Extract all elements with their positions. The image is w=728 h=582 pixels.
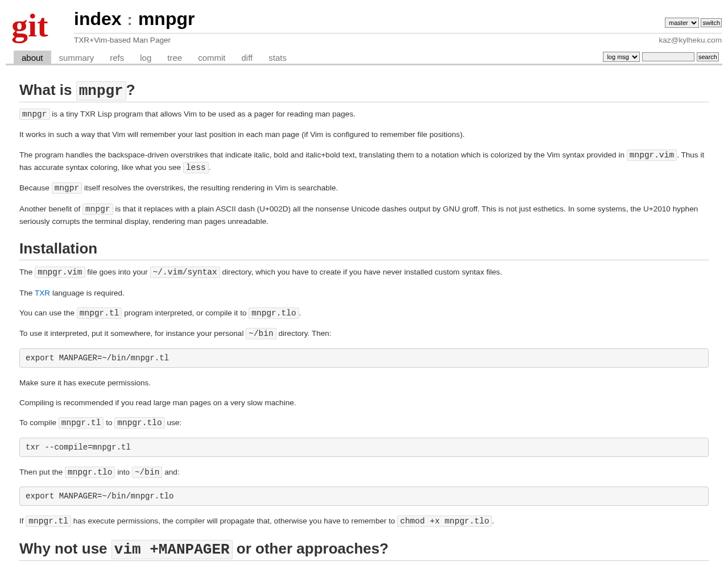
tab-about[interactable]: about bbox=[14, 51, 51, 64]
repo-author: kaz@kylheku.com bbox=[659, 36, 722, 44]
repo-tagline: TXR+Vim-based Man Pager bbox=[74, 36, 171, 44]
tab-commit[interactable]: commit bbox=[190, 51, 233, 64]
paragraph: If mnpgr.tl has execute permissions, the… bbox=[19, 515, 709, 527]
heading-installation: Installation bbox=[19, 240, 709, 260]
branch-select[interactable]: master bbox=[665, 18, 699, 28]
tab-stats[interactable]: stats bbox=[260, 51, 295, 64]
paragraph: Make sure it has execute permissions. bbox=[19, 377, 709, 389]
code-block: txr --compile=mnpgr.tl bbox=[19, 438, 709, 457]
code-block: export MANPAGER=~/bin/mnpgr.tl bbox=[19, 348, 709, 368]
paragraph: Compiling is recommended if you read lar… bbox=[19, 397, 709, 409]
nav-tabs-row: about summary refs log tree commit diff … bbox=[6, 51, 722, 65]
index-link[interactable]: index bbox=[74, 9, 122, 30]
heading-what-is: What is mnpgr? bbox=[19, 81, 709, 102]
code-block: export MANPAGER=~/bin/mnpgr.tlo bbox=[19, 487, 709, 506]
paragraph: Another benefit of mnpgr is that it repl… bbox=[19, 203, 709, 228]
paragraph: The program handles the backspace-driven… bbox=[19, 149, 709, 174]
paragraph: To compile mnpgr.tl to mnpgr.tlo use: bbox=[19, 417, 709, 429]
paragraph: Because mngpr itself resolves the overst… bbox=[19, 182, 709, 194]
title-colon: : bbox=[127, 11, 133, 29]
search-type-select[interactable]: log msg bbox=[603, 52, 640, 62]
txr-link[interactable]: TXR bbox=[35, 289, 50, 297]
paragraph: The TXR language is required. bbox=[19, 287, 709, 299]
paragraph: To use it interpreted, put it somewhere,… bbox=[19, 327, 709, 340]
tab-refs[interactable]: refs bbox=[102, 51, 132, 64]
paragraph: You can use the mnpgr.tl program interpr… bbox=[19, 307, 709, 319]
heading-why-not: Why not use vim +MANPAGER or other appro… bbox=[19, 540, 709, 561]
paragraph: mnpgr is a tiny TXR Lisp program that al… bbox=[19, 108, 709, 120]
tab-tree[interactable]: tree bbox=[159, 51, 190, 64]
search-button[interactable] bbox=[697, 52, 719, 61]
repo-link[interactable]: mnpgr bbox=[138, 9, 195, 30]
git-logo-icon: git bbox=[11, 10, 66, 36]
tab-summary[interactable]: summary bbox=[51, 51, 102, 64]
main-content: What is mnpgr? mnpgr is a tiny TXR Lisp … bbox=[6, 65, 722, 582]
tab-diff[interactable]: diff bbox=[233, 51, 260, 64]
switch-button[interactable] bbox=[701, 18, 722, 27]
paragraph: Then put the mnpgr.tlo into ~/bin and: bbox=[19, 466, 709, 479]
page-header: git index : mnpgr master TXR+Vim-based M… bbox=[6, 5, 722, 51]
search-input[interactable] bbox=[642, 52, 694, 61]
tab-log[interactable]: log bbox=[132, 51, 159, 64]
paragraph: The mnpgr.vim file goes into your ~/.vim… bbox=[19, 266, 709, 278]
paragraph: It works in such a way that Vim will rem… bbox=[19, 128, 709, 140]
